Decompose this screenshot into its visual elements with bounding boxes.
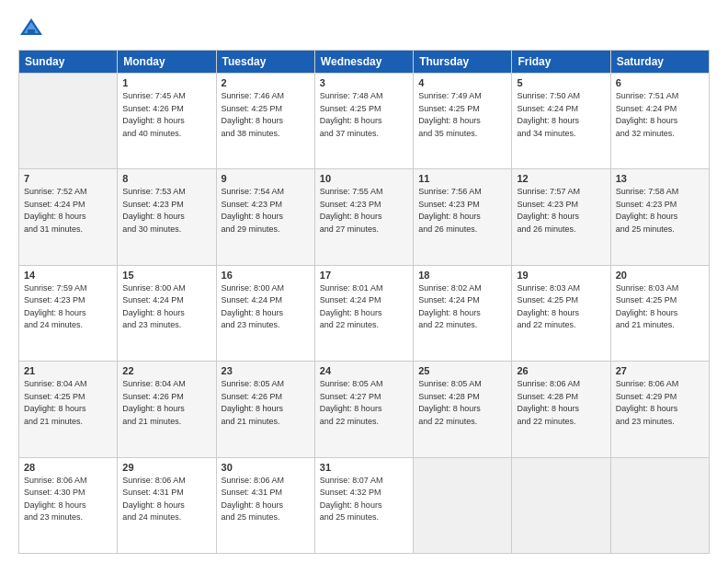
day-info: Sunrise: 8:01 AM Sunset: 4:24 PM Dayligh…	[320, 282, 408, 332]
col-saturday: Saturday	[610, 51, 709, 74]
day-info: Sunrise: 8:02 AM Sunset: 4:24 PM Dayligh…	[418, 282, 506, 332]
day-number: 1	[122, 77, 210, 88]
table-row: 18Sunrise: 8:02 AM Sunset: 4:24 PM Dayli…	[414, 265, 512, 361]
day-number: 13	[616, 173, 704, 184]
col-thursday: Thursday	[414, 51, 512, 74]
col-monday: Monday	[118, 51, 216, 74]
logo	[18, 15, 48, 40]
table-row: 10Sunrise: 7:55 AM Sunset: 4:23 PM Dayli…	[314, 169, 413, 265]
week-row-1: 7Sunrise: 7:52 AM Sunset: 4:24 PM Daylig…	[19, 169, 710, 265]
table-row: 15Sunrise: 8:00 AM Sunset: 4:24 PM Dayli…	[118, 265, 216, 361]
day-info: Sunrise: 8:07 AM Sunset: 4:32 PM Dayligh…	[320, 475, 408, 524]
day-info: Sunrise: 8:05 AM Sunset: 4:28 PM Dayligh…	[418, 378, 506, 428]
table-row: 9Sunrise: 7:54 AM Sunset: 4:23 PM Daylig…	[216, 169, 314, 265]
table-row: 13Sunrise: 7:58 AM Sunset: 4:23 PM Dayli…	[610, 169, 709, 265]
day-number: 8	[122, 173, 210, 184]
day-info: Sunrise: 7:48 AM Sunset: 4:25 PM Dayligh…	[320, 90, 408, 140]
table-row: 31Sunrise: 8:07 AM Sunset: 4:32 PM Dayli…	[314, 457, 413, 553]
day-info: Sunrise: 8:06 AM Sunset: 4:31 PM Dayligh…	[222, 475, 310, 524]
table-row: 4Sunrise: 7:49 AM Sunset: 4:25 PM Daylig…	[414, 74, 512, 169]
day-info: Sunrise: 7:55 AM Sunset: 4:23 PM Dayligh…	[320, 186, 408, 236]
day-number: 29	[122, 462, 210, 473]
table-row: 20Sunrise: 8:03 AM Sunset: 4:25 PM Dayli…	[610, 265, 709, 361]
day-number: 27	[616, 365, 704, 376]
table-row: 17Sunrise: 8:01 AM Sunset: 4:24 PM Dayli…	[314, 265, 413, 361]
day-info: Sunrise: 7:50 AM Sunset: 4:24 PM Dayligh…	[517, 90, 605, 140]
day-number: 7	[24, 173, 112, 184]
col-sunday: Sunday	[19, 51, 118, 74]
table-row: 1Sunrise: 7:45 AM Sunset: 4:26 PM Daylig…	[118, 74, 216, 169]
table-row: 27Sunrise: 8:06 AM Sunset: 4:29 PM Dayli…	[610, 362, 709, 457]
day-number: 11	[418, 173, 506, 184]
header-row: Sunday Monday Tuesday Wednesday Thursday…	[19, 51, 710, 74]
day-number: 16	[222, 270, 310, 281]
week-row-3: 21Sunrise: 8:04 AM Sunset: 4:25 PM Dayli…	[19, 362, 710, 457]
svg-rect-2	[28, 29, 35, 35]
table-row: 16Sunrise: 8:00 AM Sunset: 4:24 PM Dayli…	[216, 265, 314, 361]
logo-icon	[18, 15, 44, 40]
table-row: 29Sunrise: 8:06 AM Sunset: 4:31 PM Dayli…	[118, 457, 216, 553]
day-number: 9	[222, 173, 310, 184]
day-info: Sunrise: 8:00 AM Sunset: 4:24 PM Dayligh…	[222, 282, 310, 332]
day-number: 5	[517, 77, 605, 88]
day-info: Sunrise: 7:53 AM Sunset: 4:23 PM Dayligh…	[122, 186, 210, 236]
col-wednesday: Wednesday	[314, 51, 413, 74]
day-number: 18	[418, 270, 506, 281]
day-info: Sunrise: 8:03 AM Sunset: 4:25 PM Dayligh…	[616, 282, 704, 332]
day-number: 25	[418, 365, 506, 376]
day-number: 14	[24, 270, 112, 281]
week-row-4: 28Sunrise: 8:06 AM Sunset: 4:30 PM Dayli…	[19, 457, 710, 553]
day-number: 26	[517, 365, 605, 376]
table-row: 21Sunrise: 8:04 AM Sunset: 4:25 PM Dayli…	[19, 362, 118, 457]
day-info: Sunrise: 8:06 AM Sunset: 4:30 PM Dayligh…	[24, 475, 112, 524]
table-row: 2Sunrise: 7:46 AM Sunset: 4:25 PM Daylig…	[216, 74, 314, 169]
day-number: 17	[320, 270, 408, 281]
table-row: 26Sunrise: 8:06 AM Sunset: 4:28 PM Dayli…	[512, 362, 610, 457]
day-info: Sunrise: 7:56 AM Sunset: 4:23 PM Dayligh…	[418, 186, 506, 236]
table-row: 22Sunrise: 8:04 AM Sunset: 4:26 PM Dayli…	[118, 362, 216, 457]
table-row: 6Sunrise: 7:51 AM Sunset: 4:24 PM Daylig…	[610, 74, 709, 169]
table-row	[610, 457, 709, 553]
table-row: 11Sunrise: 7:56 AM Sunset: 4:23 PM Dayli…	[414, 169, 512, 265]
day-info: Sunrise: 8:06 AM Sunset: 4:29 PM Dayligh…	[616, 378, 704, 428]
day-info: Sunrise: 7:51 AM Sunset: 4:24 PM Dayligh…	[616, 90, 704, 140]
day-info: Sunrise: 8:00 AM Sunset: 4:24 PM Dayligh…	[122, 282, 210, 332]
day-number: 22	[122, 365, 210, 376]
day-number: 28	[24, 462, 112, 473]
day-number: 23	[222, 365, 310, 376]
table-row: 14Sunrise: 7:59 AM Sunset: 4:23 PM Dayli…	[19, 265, 118, 361]
table-row	[19, 74, 118, 169]
table-row: 23Sunrise: 8:05 AM Sunset: 4:26 PM Dayli…	[216, 362, 314, 457]
day-number: 31	[320, 462, 408, 473]
day-info: Sunrise: 7:45 AM Sunset: 4:26 PM Dayligh…	[122, 90, 210, 140]
header	[18, 15, 710, 40]
calendar-table: Sunday Monday Tuesday Wednesday Thursday…	[18, 50, 710, 554]
table-row: 28Sunrise: 8:06 AM Sunset: 4:30 PM Dayli…	[19, 457, 118, 553]
table-row: 12Sunrise: 7:57 AM Sunset: 4:23 PM Dayli…	[512, 169, 610, 265]
day-number: 15	[122, 270, 210, 281]
table-row: 8Sunrise: 7:53 AM Sunset: 4:23 PM Daylig…	[118, 169, 216, 265]
day-info: Sunrise: 8:05 AM Sunset: 4:26 PM Dayligh…	[222, 378, 310, 428]
day-info: Sunrise: 7:54 AM Sunset: 4:23 PM Dayligh…	[222, 186, 310, 236]
day-info: Sunrise: 8:05 AM Sunset: 4:27 PM Dayligh…	[320, 378, 408, 428]
table-row: 7Sunrise: 7:52 AM Sunset: 4:24 PM Daylig…	[19, 169, 118, 265]
table-row	[512, 457, 610, 553]
day-info: Sunrise: 7:59 AM Sunset: 4:23 PM Dayligh…	[24, 282, 112, 332]
day-info: Sunrise: 8:04 AM Sunset: 4:25 PM Dayligh…	[24, 378, 112, 428]
day-info: Sunrise: 7:49 AM Sunset: 4:25 PM Dayligh…	[418, 90, 506, 140]
day-number: 2	[222, 77, 310, 88]
table-row: 25Sunrise: 8:05 AM Sunset: 4:28 PM Dayli…	[414, 362, 512, 457]
table-row: 5Sunrise: 7:50 AM Sunset: 4:24 PM Daylig…	[512, 74, 610, 169]
day-info: Sunrise: 7:58 AM Sunset: 4:23 PM Dayligh…	[616, 186, 704, 236]
page: Sunday Monday Tuesday Wednesday Thursday…	[0, 0, 728, 563]
day-number: 21	[24, 365, 112, 376]
day-info: Sunrise: 8:04 AM Sunset: 4:26 PM Dayligh…	[122, 378, 210, 428]
day-info: Sunrise: 8:06 AM Sunset: 4:28 PM Dayligh…	[517, 378, 605, 428]
col-tuesday: Tuesday	[216, 51, 314, 74]
table-row: 30Sunrise: 8:06 AM Sunset: 4:31 PM Dayli…	[216, 457, 314, 553]
day-number: 4	[418, 77, 506, 88]
col-friday: Friday	[512, 51, 610, 74]
day-info: Sunrise: 7:57 AM Sunset: 4:23 PM Dayligh…	[517, 186, 605, 236]
day-number: 12	[517, 173, 605, 184]
day-number: 3	[320, 77, 408, 88]
